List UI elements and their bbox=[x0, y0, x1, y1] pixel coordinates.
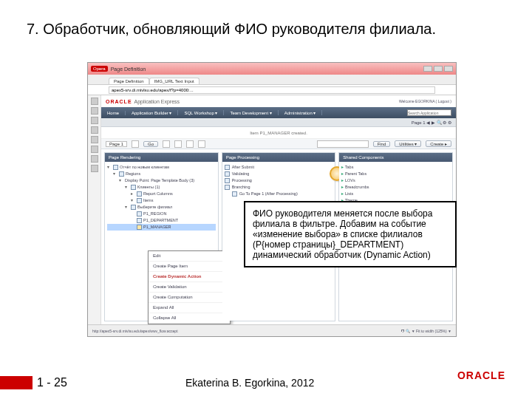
win-close[interactable] bbox=[444, 66, 453, 72]
oracle-logo-text: ORACLE bbox=[106, 99, 132, 104]
tree-regions[interactable]: ▾Regions bbox=[107, 171, 216, 177]
find-input[interactable] bbox=[317, 140, 369, 148]
tree-items[interactable]: ▾Items bbox=[107, 197, 216, 204]
slide-footer: 1 - 25 Ekaterina B. Egorkina, 2012 bbox=[0, 372, 532, 393]
window-tab-title: Page Definition bbox=[111, 66, 420, 72]
tree-item-manager[interactable]: P1_MANAGER bbox=[107, 224, 216, 231]
proc-branching[interactable]: Branching bbox=[225, 184, 333, 191]
proc-validating[interactable]: Validating bbox=[225, 171, 333, 177]
context-menu: Edit Create Page Item Create Dynamic Act… bbox=[148, 250, 231, 324]
col-rendering-header: Page Rendering bbox=[105, 153, 218, 162]
tree-reportcols[interactable]: ▸Report Columns bbox=[107, 191, 216, 197]
toolbar: Page 1 Go Find Utilities ▾ Create ▸ bbox=[101, 139, 456, 149]
utilities-button[interactable]: Utilities ▾ bbox=[395, 140, 421, 147]
proc-processing[interactable]: Processing bbox=[225, 177, 333, 184]
opera-sidebar bbox=[88, 95, 101, 324]
tree-filter[interactable]: ▾Выберите филиал bbox=[107, 204, 216, 211]
browser-tabs: Page Definition IMG_URL Text Input bbox=[88, 75, 456, 85]
breadcrumb-bar: Page 1 ◀ ▶ 🔍 ⚙ ⚙ bbox=[101, 118, 456, 127]
tab-img-url[interactable]: IMG_URL Text Input bbox=[149, 78, 200, 84]
ctx-create-validation[interactable]: Create Validation bbox=[149, 282, 230, 293]
nav-team[interactable]: Team Development ▾ bbox=[224, 110, 278, 115]
product-name: Application Express bbox=[134, 99, 180, 104]
side-icon[interactable] bbox=[91, 98, 98, 105]
screenshot-window: Opera Page Definition Page Definition IM… bbox=[87, 62, 457, 337]
page-switcher[interactable]: Page 1 ◀ ▶ 🔍 ⚙ ⚙ bbox=[412, 120, 451, 125]
col-processing-header: Page Processing bbox=[222, 153, 335, 162]
status-url: http://apex5-srv.di.mivlsu.edu/apex/wwv_… bbox=[92, 329, 178, 333]
tb-icon[interactable] bbox=[186, 140, 194, 148]
tb-icon[interactable] bbox=[163, 140, 170, 148]
side-icon[interactable] bbox=[91, 146, 98, 153]
status-bar: http://apex5-srv.di.mivlsu.edu/apex/wwv_… bbox=[88, 324, 456, 336]
go-button[interactable]: Go bbox=[143, 141, 158, 147]
brand-bar: ORACLE Application Express Welcome EGORK… bbox=[101, 95, 456, 107]
footer-redbar bbox=[0, 376, 33, 389]
url-input[interactable] bbox=[109, 86, 435, 94]
tb-icon[interactable] bbox=[198, 140, 205, 148]
nav-search-input[interactable] bbox=[407, 109, 451, 116]
url-bar bbox=[88, 85, 456, 95]
proc-branch-1[interactable]: Go To Page 1 (After Processing) bbox=[225, 191, 333, 197]
status-zoom[interactable]: ⛉ 🔍 ▼ Fit to width (125%) ▼ bbox=[401, 329, 451, 333]
ctx-create-dynamic-action[interactable]: Create Dynamic Action bbox=[149, 272, 230, 282]
tree-item-department[interactable]: P1_DEPARTMENT bbox=[107, 217, 216, 224]
tb-icon[interactable] bbox=[132, 140, 139, 148]
nav-sql[interactable]: SQL Workshop ▾ bbox=[178, 110, 224, 115]
find-button[interactable]: Find bbox=[373, 141, 391, 147]
tb-icon[interactable] bbox=[174, 140, 182, 148]
ctx-create-page-item[interactable]: Create Page Item bbox=[149, 262, 230, 272]
tree-clients[interactable]: ▾Клиенты (1) bbox=[107, 184, 216, 191]
win-max[interactable] bbox=[434, 66, 443, 72]
side-icon[interactable] bbox=[91, 136, 98, 143]
ctx-create-computation[interactable]: Create Computation bbox=[149, 293, 230, 303]
page-number: 1 - 25 bbox=[37, 376, 67, 389]
col-rendering-body: ▾Отчёт по новым клиентам ▾Regions ▾Displ… bbox=[105, 162, 218, 321]
nav-builder[interactable]: Application Builder ▾ bbox=[126, 110, 178, 115]
col-rendering: Page Rendering ▾Отчёт по новым клиентам … bbox=[104, 152, 219, 321]
success-message: Item P1_MANAGER created. bbox=[101, 127, 456, 139]
shared-breadcrumbs[interactable]: Breadcrumbs bbox=[341, 184, 450, 191]
side-icon[interactable] bbox=[91, 155, 98, 163]
nav-admin[interactable]: Administration ▾ bbox=[279, 110, 323, 115]
slide-title: 7. Обработчик, обновляющий ФИО руководит… bbox=[27, 21, 505, 38]
side-icon[interactable] bbox=[91, 117, 98, 124]
main-nav: Home Application Builder ▾ SQL Workshop … bbox=[101, 107, 456, 118]
side-icon[interactable] bbox=[91, 107, 98, 115]
tree-root[interactable]: ▾Отчёт по новым клиентам bbox=[107, 164, 216, 171]
ctx-collapse-all[interactable]: Collapse All bbox=[149, 313, 230, 324]
opera-badge: Opera bbox=[91, 66, 108, 72]
tree-item-region[interactable]: P1_REGION bbox=[107, 211, 216, 217]
col-shared-header: Shared Components bbox=[339, 153, 452, 162]
shared-parent-tabs[interactable]: Parent Tabs bbox=[341, 171, 450, 177]
side-icon[interactable] bbox=[91, 165, 98, 172]
tree-displaypoint[interactable]: ▾Display Point: Page Template Body (3) bbox=[107, 177, 216, 184]
shared-lists[interactable]: Lists bbox=[341, 191, 450, 197]
side-icon[interactable] bbox=[91, 126, 98, 134]
shared-lovs[interactable]: LOVs bbox=[341, 177, 450, 184]
window-titlebar: Opera Page Definition bbox=[88, 63, 456, 75]
ctx-edit[interactable]: Edit bbox=[149, 251, 230, 262]
tab-page-def[interactable]: Page Definition bbox=[109, 78, 149, 84]
win-min[interactable] bbox=[423, 66, 432, 72]
annotation-callout: ФИО руководителя меняется после выбора ф… bbox=[244, 201, 457, 267]
ctx-expand-all[interactable]: Expand All bbox=[149, 303, 230, 313]
proc-after-submit[interactable]: After Submit bbox=[225, 164, 333, 171]
welcome-text: Welcome EGORKINA ( Logout ) bbox=[399, 99, 451, 103]
create-button[interactable]: Create ▸ bbox=[426, 140, 451, 147]
shared-tabs[interactable]: Tabs bbox=[341, 164, 450, 171]
footer-author: Ekaterina B. Egorkina, 2012 bbox=[185, 377, 314, 389]
page-label[interactable]: Page 1 bbox=[106, 141, 127, 147]
nav-home[interactable]: Home bbox=[101, 111, 126, 115]
